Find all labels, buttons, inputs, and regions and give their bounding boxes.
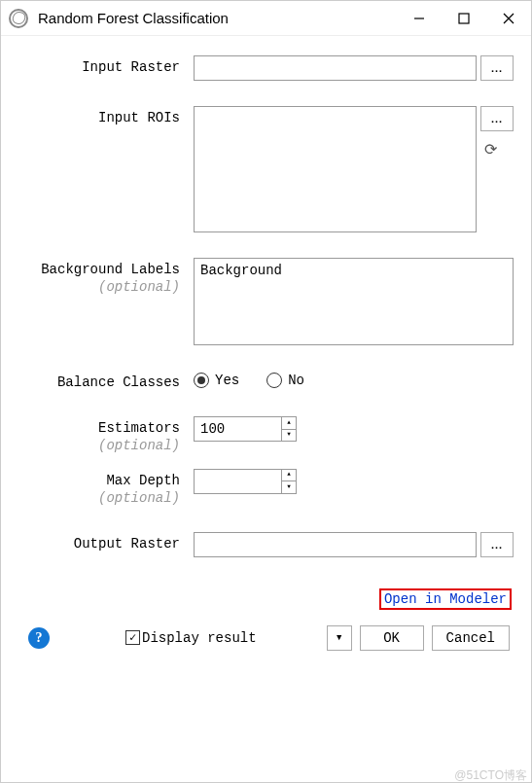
app-logo-icon: [9, 9, 28, 28]
cancel-button[interactable]: Cancel: [432, 625, 510, 651]
display-result-label: Display result: [142, 630, 257, 646]
input-rois-browse-button[interactable]: ...: [480, 106, 514, 131]
input-raster-field[interactable]: [194, 55, 477, 81]
ok-button[interactable]: OK: [360, 625, 424, 651]
estimators-optional: (optional): [18, 437, 180, 454]
max-depth-spin-down[interactable]: ▼: [281, 480, 297, 494]
refresh-icon[interactable]: ⟳: [480, 141, 500, 159]
footer: ? ✓ Display result ▼ OK Cancel: [18, 622, 514, 658]
balance-classes-label: Balance Classes: [18, 371, 194, 391]
max-depth-label: Max Depth: [106, 473, 180, 488]
titlebar: Random Forest Classification: [1, 1, 531, 36]
output-raster-label: Output Raster: [18, 532, 194, 552]
background-labels-optional: (optional): [18, 278, 180, 296]
minimize-button[interactable]: [397, 1, 442, 36]
max-depth-spin-up[interactable]: ▲: [281, 469, 297, 481]
background-labels-field[interactable]: [194, 258, 514, 345]
estimators-spin-down[interactable]: ▼: [281, 429, 297, 443]
background-labels-label: Background Labels: [41, 262, 180, 277]
checkbox-icon: ✓: [125, 630, 140, 645]
max-depth-field[interactable]: [194, 469, 281, 494]
watermark: @51CTO博客: [454, 767, 527, 783]
open-in-modeler-button[interactable]: Open in Modeler: [379, 588, 512, 610]
balance-classes-no-option[interactable]: No: [266, 373, 304, 388]
balance-classes-yes-option[interactable]: Yes: [194, 373, 239, 388]
yes-label: Yes: [215, 373, 239, 388]
svg-rect-1: [459, 14, 469, 23]
output-raster-field[interactable]: [194, 532, 477, 557]
form-content: Input Raster ... Input ROIs ... ⟳ Backgr…: [1, 36, 531, 782]
display-result-checkbox[interactable]: ✓ Display result: [125, 630, 257, 646]
input-rois-field[interactable]: [194, 106, 477, 232]
maximize-button[interactable]: [442, 1, 486, 36]
estimators-field[interactable]: [194, 416, 281, 442]
input-raster-label: Input Raster: [18, 55, 194, 76]
no-label: No: [288, 373, 304, 388]
window-title: Random Forest Classification: [38, 10, 397, 26]
input-raster-browse-button[interactable]: ...: [480, 55, 514, 81]
ok-dropdown-button[interactable]: ▼: [327, 625, 352, 651]
close-button[interactable]: [486, 1, 531, 36]
output-raster-browse-button[interactable]: ...: [480, 532, 514, 557]
max-depth-optional: (optional): [18, 489, 180, 507]
radio-icon: [266, 373, 282, 388]
radio-icon: [194, 373, 209, 388]
help-icon[interactable]: ?: [28, 627, 50, 649]
estimators-spin-up[interactable]: ▲: [281, 416, 297, 429]
estimators-label: Estimators: [98, 420, 180, 436]
input-rois-label: Input ROIs: [18, 106, 194, 126]
